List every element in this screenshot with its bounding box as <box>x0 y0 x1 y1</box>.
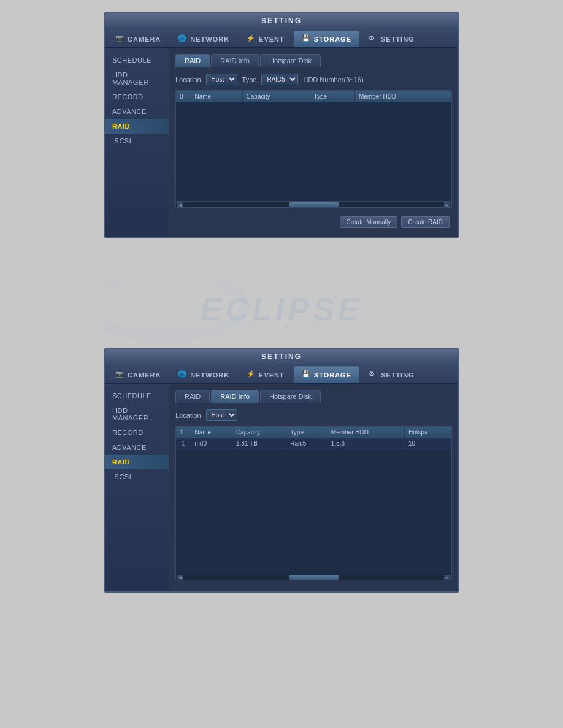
event-icon-1: ⚡ <box>247 34 256 44</box>
th-num-1: 0 <box>176 91 191 102</box>
tab-network-2[interactable]: 🌐 NETWORK <box>170 366 237 383</box>
location-select-2[interactable]: Host <box>206 409 237 421</box>
tab-storage-2[interactable]: 💾 STORAGE <box>294 366 359 383</box>
th-capacity-2: Capacity <box>232 427 286 438</box>
title-bar-1: SETTING <box>105 13 458 28</box>
eclipse-logo: ECLIPSE SECURITY <box>104 281 459 342</box>
settings-panel-2: SETTING 📷 CAMERA 🌐 NETWORK ⚡ EVENT 💾 STO… <box>104 348 459 593</box>
scrollbar-thumb-2[interactable] <box>289 575 339 580</box>
setting-icon-1: ⚙ <box>369 34 378 44</box>
table-area-2: 1 Name Capacity Type Member HDD Hotspa <box>176 427 451 574</box>
td-member-hdd-2-1: 1,5,6 <box>327 438 404 449</box>
tab-event-1[interactable]: ⚡ EVENT <box>239 31 293 47</box>
content-area-2: SCHEDULE HDD MANAGER RECORD ADVANCE RAID… <box>105 384 458 591</box>
scrollbar-thumb-1[interactable] <box>289 202 339 207</box>
raid-table-1: 0 Name Capacity Type Member HDD <box>176 91 451 102</box>
td-hotspare-2-1: 10 <box>404 438 451 449</box>
table-wrapper-1: 0 Name Capacity Type Member HDD <box>175 90 452 208</box>
sub-tab-raid-1[interactable]: RAID <box>175 54 210 67</box>
sidebar-item-raid-1[interactable]: RAID <box>105 119 169 134</box>
network-icon-1: 🌐 <box>178 34 188 44</box>
location-label-1: Location <box>175 76 201 83</box>
tab-storage-label-1: STORAGE <box>314 36 351 43</box>
tab-setting-2[interactable]: ⚙ SETTING <box>361 366 423 383</box>
sub-tab-hotspare-2[interactable]: Hotspare Disk <box>260 390 321 403</box>
tab-event-label-2: EVENT <box>259 371 285 379</box>
tab-event-label-1: EVENT <box>259 36 285 43</box>
sidebar-item-hdd-manager-2[interactable]: HDD MANAGER <box>105 403 169 425</box>
table-row-2-1: 1 md0 1.81 TB Raid5 1,5,6 10 <box>176 438 451 449</box>
sidebar-item-record-2[interactable]: RECORD <box>105 425 169 440</box>
storage-icon-2: 💾 <box>302 370 312 380</box>
sub-tab-bar-2: RAID RAID Info Hotspare Disk <box>175 390 452 403</box>
main-content-1: RAID RAID Info Hotspare Disk Location Ho… <box>169 48 458 237</box>
create-manually-button[interactable]: Create Manually <box>340 216 398 228</box>
tab-storage-label-2: STORAGE <box>314 371 351 379</box>
raid-info-table: 1 Name Capacity Type Member HDD Hotspa <box>176 427 451 449</box>
sub-tab-raid-info-2[interactable]: RAID Info <box>211 390 259 403</box>
th-member-hdd-1: Member HDD <box>354 91 451 102</box>
location-select-1[interactable]: Host <box>206 74 237 85</box>
tab-camera-label-1: CAMERA <box>128 36 161 43</box>
tab-network-1[interactable]: 🌐 NETWORK <box>170 31 237 47</box>
sidebar-item-advance-1[interactable]: ADVANCE <box>105 104 169 119</box>
sub-tab-raid-info-1[interactable]: RAID Info <box>211 54 259 67</box>
filter-row-1: Location Host Type RAID5 HDD Number(3~16… <box>175 74 452 85</box>
sidebar-item-iscsi-2[interactable]: ISCSI <box>105 469 169 484</box>
sidebar-item-record-1[interactable]: RECORD <box>105 89 169 104</box>
scrollbar-1[interactable]: ◄ ► <box>176 201 451 207</box>
th-type-2: Type <box>286 427 327 438</box>
create-raid-button[interactable]: Create RAID <box>401 216 450 228</box>
sidebar-item-schedule-2[interactable]: SCHEDULE <box>105 389 169 403</box>
sidebar-item-advance-2[interactable]: ADVANCE <box>105 440 169 455</box>
storage-icon-1: 💾 <box>302 34 312 44</box>
sidebar-item-hdd-manager-1[interactable]: HDD MANAGER <box>105 67 169 89</box>
td-num-2-1: 1 <box>176 438 191 449</box>
scrollbar-2[interactable]: ◄ ► <box>176 574 451 580</box>
th-name-2: Name <box>191 427 232 438</box>
tab-storage-1[interactable]: 💾 STORAGE <box>294 31 359 47</box>
sidebar-1: SCHEDULE HDD MANAGER RECORD ADVANCE RAID… <box>105 48 169 237</box>
eclipse-name: ECLIPSE <box>201 291 363 328</box>
type-select-1[interactable]: RAID5 <box>261 74 298 85</box>
th-type-1: Type <box>310 91 354 102</box>
th-capacity-1: Capacity <box>242 91 310 102</box>
td-name-2-1: md0 <box>191 438 232 449</box>
scrollbar-left-arrow-2[interactable]: ◄ <box>177 575 183 580</box>
sub-tab-raid-2[interactable]: RAID <box>175 390 210 403</box>
table-header-row-2: 1 Name Capacity Type Member HDD Hotspa <box>176 427 451 438</box>
content-area-1: SCHEDULE HDD MANAGER RECORD ADVANCE RAID… <box>105 48 458 237</box>
th-name-1: Name <box>191 91 242 102</box>
sidebar-item-iscsi-1[interactable]: ISCSI <box>105 134 169 148</box>
tab-setting-1[interactable]: ⚙ SETTING <box>361 31 423 47</box>
top-tab-bar-2: 📷 CAMERA 🌐 NETWORK ⚡ EVENT 💾 STORAGE ⚙ S… <box>105 364 458 384</box>
tab-network-label-1: NETWORK <box>190 36 229 43</box>
tab-camera-2[interactable]: 📷 CAMERA <box>107 366 169 383</box>
tab-network-label-2: NETWORK <box>190 371 229 379</box>
tab-event-2[interactable]: ⚡ EVENT <box>239 366 293 383</box>
bottom-buttons-1: Create Manually Create RAID <box>175 213 452 230</box>
type-label-1: Type <box>242 76 257 83</box>
hdd-number-label-1: HDD Number(3~16) <box>303 76 363 83</box>
th-num-2: 1 <box>176 427 191 438</box>
title-text-2: SETTING <box>261 352 302 361</box>
scrollbar-right-arrow-1[interactable]: ► <box>444 202 450 207</box>
filter-row-2: Location Host <box>175 409 452 421</box>
tab-camera-label-2: CAMERA <box>128 371 161 379</box>
scrollbar-right-arrow-2[interactable]: ► <box>444 575 450 580</box>
panel-2: SETTING 📷 CAMERA 🌐 NETWORK ⚡ EVENT 💾 STO… <box>104 348 459 593</box>
sub-tab-hotspare-1[interactable]: Hotspare Disk <box>260 54 321 67</box>
tab-camera-1[interactable]: 📷 CAMERA <box>107 31 169 47</box>
location-label-2: Location <box>175 412 201 419</box>
sidebar-item-schedule-1[interactable]: SCHEDULE <box>105 53 169 67</box>
table-area-1: 0 Name Capacity Type Member HDD <box>176 91 451 201</box>
scrollbar-left-arrow-1[interactable]: ◄ <box>177 202 183 207</box>
td-capacity-2-1: 1.81 TB <box>232 438 286 449</box>
network-icon-2: 🌐 <box>178 370 188 380</box>
table-header-row-1: 0 Name Capacity Type Member HDD <box>176 91 451 102</box>
sub-tab-bar-1: RAID RAID Info Hotspare Disk <box>175 54 452 67</box>
th-member-hdd-2: Member HDD <box>327 427 404 438</box>
th-hotspare-2: Hotspa <box>404 427 451 438</box>
sidebar-item-raid-2[interactable]: RAID <box>105 455 169 469</box>
table-wrapper-2: 1 Name Capacity Type Member HDD Hotspa <box>175 426 452 580</box>
